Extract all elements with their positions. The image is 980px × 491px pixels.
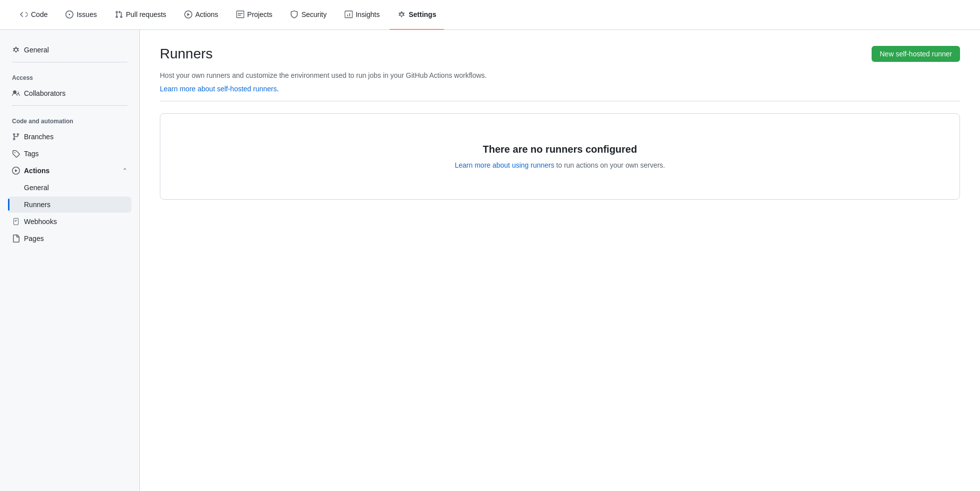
sidebar-item-branches[interactable]: Branches bbox=[8, 129, 131, 145]
gear-small-icon bbox=[12, 46, 20, 54]
nav-security-label: Security bbox=[301, 10, 327, 18]
page-layout: General Access Collaborators Code and au… bbox=[0, 30, 980, 491]
sidebar: General Access Collaborators Code and au… bbox=[0, 30, 140, 491]
sidebar-pages-label: Pages bbox=[24, 235, 44, 243]
main-content: Runners New self-hosted runner Host your… bbox=[140, 30, 980, 491]
sidebar-actions-label: Actions bbox=[24, 167, 49, 175]
nav-settings[interactable]: Settings bbox=[390, 0, 444, 30]
content-divider bbox=[160, 101, 960, 101]
sidebar-item-collaborators[interactable]: Collaborators bbox=[8, 85, 131, 101]
nav-issues[interactable]: Issues bbox=[57, 0, 104, 30]
sidebar-actions-general-label: General bbox=[24, 184, 49, 192]
sidebar-item-actions[interactable]: Actions ⌃ bbox=[8, 163, 131, 179]
branches-icon bbox=[12, 133, 20, 141]
play-icon bbox=[184, 10, 192, 18]
pr-icon bbox=[115, 10, 123, 18]
page-description-text: Host your own runners and customize the … bbox=[160, 71, 487, 79]
sidebar-item-general[interactable]: General bbox=[8, 42, 131, 58]
code-icon bbox=[20, 10, 28, 18]
sidebar-tags-label: Tags bbox=[24, 150, 39, 158]
sidebar-branches-label: Branches bbox=[24, 133, 53, 141]
sidebar-item-tags[interactable]: Tags bbox=[8, 146, 131, 162]
sidebar-webhooks-label: Webhooks bbox=[24, 218, 57, 226]
empty-state-description: Learn more about using runners to run ac… bbox=[180, 161, 940, 169]
nav-actions[interactable]: Actions bbox=[176, 0, 226, 30]
empty-state-description-suffix: to run actions on your own servers. bbox=[554, 161, 665, 169]
nav-projects[interactable]: Projects bbox=[228, 0, 281, 30]
nav-actions-label: Actions bbox=[195, 10, 218, 18]
sidebar-access-section: Access bbox=[8, 66, 131, 85]
empty-state-box: There are no runners configured Learn mo… bbox=[160, 113, 960, 200]
nav-pull-requests[interactable]: Pull requests bbox=[107, 0, 174, 30]
empty-state-learn-link[interactable]: Learn more about using runners bbox=[455, 161, 554, 169]
empty-state-title: There are no runners configured bbox=[180, 144, 940, 155]
sidebar-sub-item-general[interactable]: General bbox=[8, 180, 131, 196]
actions-play-icon bbox=[12, 167, 20, 175]
sidebar-collaborators-label: Collaborators bbox=[24, 89, 65, 97]
projects-icon bbox=[236, 10, 244, 18]
sidebar-divider-2 bbox=[12, 105, 127, 106]
webhooks-icon bbox=[12, 218, 20, 226]
top-nav: Code Issues Pull requests Actions bbox=[0, 0, 980, 30]
pages-icon bbox=[12, 235, 20, 243]
sidebar-general-label: General bbox=[24, 46, 49, 54]
sidebar-actions-runners-label: Runners bbox=[24, 201, 50, 209]
learn-link-suffix: . bbox=[277, 85, 279, 93]
empty-state-learn-link-text: Learn more about using runners bbox=[455, 161, 554, 169]
tags-icon bbox=[12, 150, 20, 158]
gear-icon bbox=[398, 10, 406, 18]
collaborators-icon bbox=[12, 89, 20, 97]
issues-icon bbox=[65, 10, 73, 18]
nav-code-label: Code bbox=[31, 10, 47, 18]
nav-pr-label: Pull requests bbox=[126, 10, 166, 18]
nav-settings-label: Settings bbox=[409, 10, 436, 18]
nav-projects-label: Projects bbox=[247, 10, 273, 18]
sidebar-code-automation-section: Code and automation bbox=[8, 110, 131, 129]
nav-code[interactable]: Code bbox=[12, 0, 55, 30]
nav-insights-label: Insights bbox=[356, 10, 380, 18]
learn-more-link[interactable]: Learn more about self-hosted runners bbox=[160, 85, 277, 93]
nav-security[interactable]: Security bbox=[282, 0, 335, 30]
sidebar-sub-item-runners[interactable]: Runners bbox=[8, 197, 131, 213]
new-runner-button[interactable]: New self-hosted runner bbox=[872, 46, 960, 62]
nav-issues-label: Issues bbox=[76, 10, 96, 18]
page-description: Host your own runners and customize the … bbox=[160, 70, 960, 81]
sidebar-divider-1 bbox=[12, 62, 127, 62]
learn-link-text: Learn more about self-hosted runners bbox=[160, 85, 277, 93]
page-header: Runners New self-hosted runner bbox=[160, 46, 960, 62]
sidebar-item-pages[interactable]: Pages bbox=[8, 231, 131, 246]
nav-insights[interactable]: Insights bbox=[337, 0, 388, 30]
chevron-up-icon: ⌃ bbox=[122, 167, 127, 174]
page-title: Runners bbox=[160, 46, 213, 62]
security-icon bbox=[290, 10, 298, 18]
insights-icon bbox=[345, 10, 353, 18]
sidebar-item-webhooks[interactable]: Webhooks bbox=[8, 214, 131, 230]
